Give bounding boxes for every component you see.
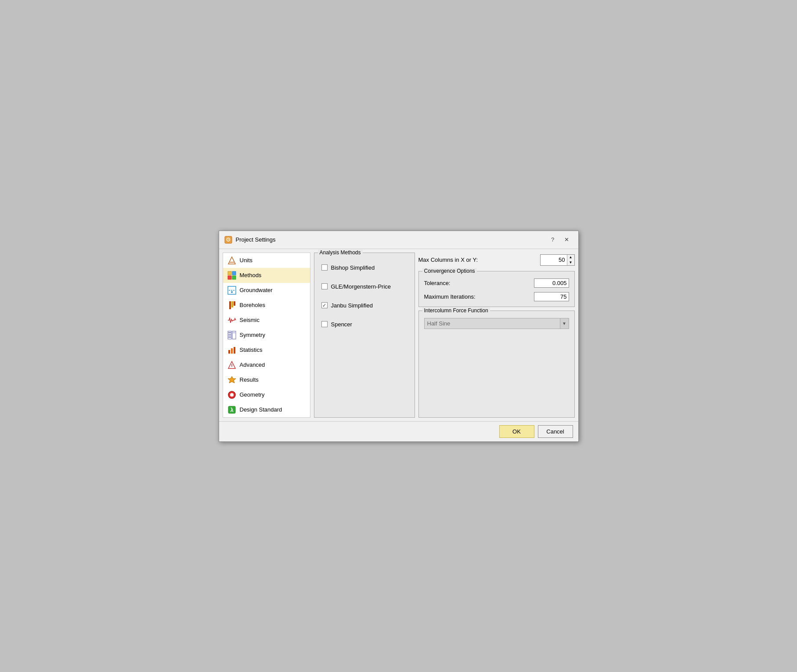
boreholes-icon (227, 301, 236, 310)
svg-rect-4 (228, 271, 231, 275)
svg-marker-2 (228, 257, 235, 264)
tolerance-label: Tolerance: (424, 280, 534, 286)
sidebar-item-statistics[interactable]: Statistics (223, 343, 310, 358)
svg-rect-16 (228, 336, 231, 338)
sidebar-label-statistics: Statistics (240, 347, 263, 353)
sidebar-item-units[interactable]: Units (223, 253, 310, 268)
analysis-methods-title: Analysis Methods (318, 249, 363, 256)
method-checkbox-gle[interactable] (321, 283, 328, 289)
svg-rect-18 (233, 332, 235, 333)
statistics-icon (227, 346, 236, 354)
method-janbu: Janbu Simplified (314, 296, 415, 315)
convergence-group: Convergence Options Tolerance: Maximum I… (418, 271, 575, 307)
svg-rect-11 (231, 301, 233, 307)
sidebar-label-methods: Methods (240, 272, 262, 278)
right-panel: Analysis Methods Bishop SimplifiedGLE/Mo… (314, 253, 575, 418)
sidebar-item-advanced[interactable]: Advanced (223, 358, 310, 372)
svg-rect-14 (228, 332, 231, 333)
help-button[interactable]: ? (547, 235, 559, 245)
sidebar-item-geometry[interactable]: Geometry (223, 387, 310, 402)
svg-rect-7 (232, 276, 236, 279)
sidebar-label-boreholes: Boreholes (240, 302, 266, 308)
units-icon (227, 256, 236, 265)
sidebar-item-groundwater[interactable]: Groundwater (223, 283, 310, 298)
max-columns-row: Max Columns in X or Y: ▲ ▼ (418, 253, 575, 267)
method-label-gle: GLE/Morgenstern-Price (331, 283, 391, 290)
main-content: UnitsMethodsGroundwaterBoreholesSeismicS… (219, 249, 578, 421)
method-checkbox-bishop[interactable] (321, 264, 328, 271)
advanced-icon (227, 361, 236, 369)
tolerance-input[interactable] (534, 278, 569, 288)
max-iterations-row: Maximum Iterations: (424, 292, 569, 301)
sidebar-label-designstandard: Design Standard (240, 406, 282, 413)
sidebar-item-symmetry[interactable]: Symmetry (223, 328, 310, 343)
methods-icon (227, 271, 236, 280)
spin-up-button[interactable]: ▲ (567, 255, 574, 260)
svg-rect-10 (229, 301, 231, 309)
spin-buttons: ▲ ▼ (567, 255, 574, 265)
svg-rect-21 (234, 347, 235, 354)
intercolumn-select-container[interactable]: Half SineConstantTrapezoidal ▼ (424, 318, 569, 329)
sidebar-label-geometry: Geometry (240, 391, 265, 398)
dialog-icon: ⚙ (224, 236, 232, 244)
method-gle: GLE/Morgenstern-Price (314, 277, 415, 296)
sidebar-label-groundwater: Groundwater (240, 287, 273, 293)
svg-text:λ: λ (230, 407, 234, 413)
spin-down-button[interactable]: ▼ (567, 260, 574, 265)
sidebar-label-units: Units (240, 257, 253, 264)
groundwater-icon (227, 286, 236, 295)
sidebar-label-seismic: Seismic (240, 317, 260, 323)
ok-button[interactable]: OK (499, 425, 534, 438)
method-label-bishop: Bishop Simplified (331, 264, 375, 271)
max-columns-spinner[interactable]: ▲ ▼ (540, 254, 575, 266)
sidebar-label-symmetry: Symmetry (240, 332, 266, 338)
project-settings-dialog: ⚙ Project Settings ? ✕ UnitsMethodsGroun… (219, 231, 579, 442)
svg-rect-19 (228, 350, 230, 354)
dropdown-arrow-icon: ▼ (560, 318, 569, 329)
sidebar-item-boreholes[interactable]: Boreholes (223, 298, 310, 313)
results-icon (227, 376, 236, 384)
svg-rect-6 (228, 276, 231, 279)
footer: OK Cancel (219, 421, 578, 441)
dialog-title: Project Settings (236, 236, 543, 243)
svg-rect-15 (228, 334, 231, 336)
svg-rect-5 (232, 271, 236, 275)
method-label-spencer: Spencer (331, 321, 352, 328)
sidebar-label-results: Results (240, 376, 259, 383)
svg-rect-20 (231, 348, 233, 354)
seismic-icon (227, 316, 236, 325)
max-columns-label: Max Columns in X or Y: (418, 257, 537, 263)
sidebar-item-results[interactable]: Results (223, 372, 310, 387)
cancel-button[interactable]: Cancel (538, 425, 573, 438)
svg-rect-12 (234, 301, 235, 306)
svg-point-9 (231, 291, 233, 293)
sidebar-label-advanced: Advanced (240, 361, 265, 368)
geometry-icon (227, 390, 236, 399)
sidebar-item-designstandard[interactable]: λDesign Standard (223, 402, 310, 417)
close-button[interactable]: ✕ (561, 235, 573, 245)
sidebar: UnitsMethodsGroundwaterBoreholesSeismicS… (223, 253, 310, 418)
tolerance-row: Tolerance: (424, 278, 569, 288)
analysis-methods-panel: Analysis Methods Bishop SimplifiedGLE/Mo… (314, 253, 415, 418)
symmetry-icon (227, 331, 236, 340)
method-spencer: Spencer (314, 315, 415, 334)
designstandard-icon: λ (227, 405, 236, 414)
method-bishop: Bishop Simplified (314, 258, 415, 277)
intercolumn-dropdown[interactable]: Half SineConstantTrapezoidal (425, 318, 560, 329)
options-panel: Max Columns in X or Y: ▲ ▼ Convergence O… (418, 253, 575, 418)
title-controls: ? ✕ (547, 235, 573, 245)
method-label-janbu: Janbu Simplified (331, 302, 373, 309)
convergence-legend: Convergence Options (422, 268, 477, 274)
max-iterations-input[interactable] (534, 292, 569, 301)
svg-marker-24 (228, 376, 236, 383)
sidebar-item-methods[interactable]: Methods (223, 268, 310, 283)
title-bar: ⚙ Project Settings ? ✕ (219, 231, 578, 249)
methods-list: Bishop SimplifiedGLE/Morgenstern-PriceJa… (314, 258, 415, 334)
method-checkbox-janbu[interactable] (321, 302, 328, 308)
max-iterations-label: Maximum Iterations: (424, 293, 534, 300)
intercolumn-group: Intercolumn Force Function Half SineCons… (418, 311, 575, 418)
svg-point-26 (230, 393, 234, 397)
max-columns-input[interactable] (541, 255, 567, 265)
method-checkbox-spencer[interactable] (321, 321, 328, 327)
sidebar-item-seismic[interactable]: Seismic (223, 313, 310, 328)
